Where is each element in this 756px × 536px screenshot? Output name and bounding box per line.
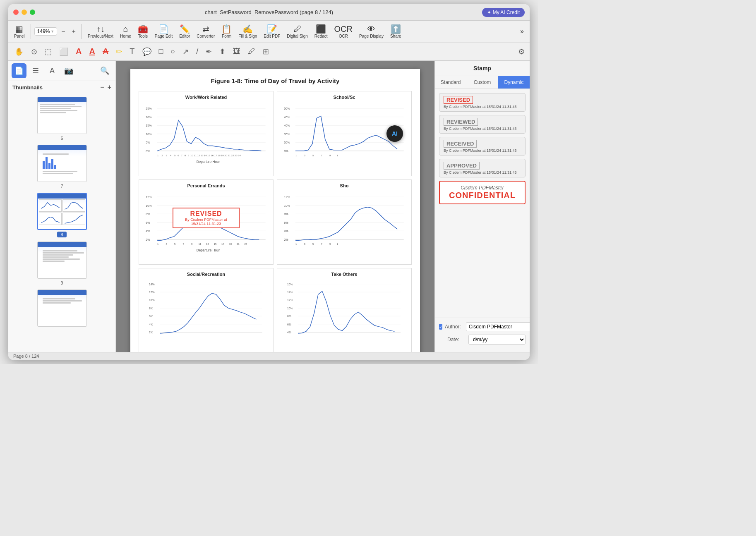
- ocr-button[interactable]: OCR OCR: [332, 24, 355, 39]
- chart-shopping-svg: 12% 10% 8% 6% 4% 2%: [281, 191, 408, 261]
- thumbnail-item-8[interactable]: 8: [12, 193, 112, 237]
- editor-button[interactable]: ✏️ Editor: [177, 24, 192, 39]
- chart-errands: Personal Errands 12% 10% 8% 6% 4% 2%: [139, 179, 274, 265]
- stamp-tab-standard[interactable]: Standard: [435, 76, 466, 89]
- upload-icon[interactable]: ⬆: [218, 46, 227, 57]
- svg-text:20: 20: [224, 154, 227, 157]
- thumbnail-item-9[interactable]: 9: [12, 242, 112, 285]
- thumbnail-label-6: 6: [60, 136, 63, 141]
- page-display-button[interactable]: 👁 Page Display: [357, 24, 386, 39]
- svg-text:23: 23: [244, 242, 247, 245]
- chart-shopping-title: Sho: [281, 183, 408, 188]
- svg-text:13: 13: [206, 242, 209, 245]
- stamp-revised[interactable]: REVISED By Cisdem PDFMaster at 15/31/24 …: [439, 93, 526, 112]
- hand-tool-icon[interactable]: ✋: [13, 46, 25, 57]
- fill-sign-icon: ✍️: [242, 25, 253, 33]
- pen-icon[interactable]: ✒: [204, 46, 213, 57]
- stamp-tab-dynamic[interactable]: Dynamic: [498, 76, 530, 89]
- svg-text:19: 19: [229, 242, 232, 245]
- stamp-conf-company: Cisdem PDFMaster: [443, 185, 521, 191]
- sidebar-tab-text[interactable]: A: [45, 63, 60, 78]
- svg-text:9: 9: [188, 154, 190, 157]
- divider1: [31, 24, 31, 39]
- svg-text:1: 1: [295, 154, 297, 157]
- comment-icon[interactable]: 💬: [141, 46, 153, 57]
- page-edit-button[interactable]: 📄 Page Edit: [152, 24, 175, 39]
- highlight-icon[interactable]: ✏: [115, 46, 123, 57]
- strikethrough-icon[interactable]: A: [101, 45, 110, 57]
- sidebar-tab-outline[interactable]: ☰: [28, 63, 43, 78]
- svg-text:19: 19: [221, 154, 224, 157]
- home-button[interactable]: ⌂ Home: [118, 24, 134, 39]
- svg-text:1: 1: [157, 154, 159, 157]
- arrow-icon[interactable]: ↗: [181, 46, 190, 57]
- ai-credit-button[interactable]: ✦ My AI Credit: [482, 8, 525, 17]
- author-checkbox[interactable]: ✓: [439, 324, 442, 330]
- edit-pdf-button[interactable]: 📝 Edit PDF: [261, 24, 283, 39]
- signature-icon[interactable]: 🖊: [247, 46, 257, 57]
- underline-icon[interactable]: A: [88, 45, 96, 57]
- thumb-page-mini-9: [38, 242, 86, 278]
- svg-text:20%: 20%: [146, 116, 152, 119]
- zoom-in-button[interactable]: +: [70, 27, 78, 36]
- close-button[interactable]: [13, 10, 19, 15]
- svg-text:6%: 6%: [284, 221, 288, 225]
- crop-tool-icon[interactable]: ⬜: [58, 46, 70, 57]
- svg-text:Departure Hour: Departure Hour: [197, 160, 220, 164]
- svg-text:17: 17: [221, 242, 224, 245]
- ai-badge[interactable]: AI: [386, 125, 403, 142]
- form-button[interactable]: 📋 Form: [219, 24, 234, 39]
- marquee-tool-icon[interactable]: ⬚: [43, 46, 53, 57]
- prev-next-button[interactable]: ↑↓ Previous/Next: [85, 24, 116, 39]
- image-icon[interactable]: 🖼: [232, 46, 242, 57]
- converter-button[interactable]: ⇄ Converter: [194, 24, 217, 39]
- share-button[interactable]: ⬆️ Share: [388, 24, 404, 39]
- tools-button[interactable]: 🧰 Tools: [135, 24, 151, 39]
- oval-icon[interactable]: ○: [169, 46, 176, 57]
- digital-sign-button[interactable]: 🖊 Digital Sign: [284, 24, 310, 39]
- date-select[interactable]: d/m/yy m/d/yy yy/m/d: [468, 335, 526, 345]
- author-input[interactable]: [466, 322, 530, 331]
- text-red-icon[interactable]: A: [74, 45, 83, 57]
- svg-text:7: 7: [321, 242, 323, 245]
- zoom-out-button[interactable]: −: [59, 27, 67, 36]
- thumbnail-expand-button[interactable]: +: [108, 84, 111, 91]
- thumbnail-item-7[interactable]: 7: [12, 145, 112, 189]
- fill-sign-button[interactable]: ✍️ Fill & Sign: [236, 24, 259, 39]
- sidebar-tab-camera[interactable]: 📷: [61, 63, 76, 78]
- stamp-confidential[interactable]: Cisdem PDFMaster CONFIDENTIAL: [439, 181, 526, 204]
- redact-button[interactable]: ⬛ Redact: [312, 24, 330, 39]
- panel-button[interactable]: ▦ Panel: [12, 24, 27, 39]
- author-label: Author:: [445, 324, 463, 330]
- pdf-page: Figure 1-8: Time of Day of Travel by Act…: [130, 69, 420, 352]
- stamp-approved[interactable]: APPROVED By Cisdem PDFMaster at 15/31/24…: [439, 159, 526, 177]
- sidebar-tab-document[interactable]: 📄: [12, 63, 26, 78]
- stamp-received[interactable]: RECEIVED By Cisdem PDFMaster at 15/31/24…: [439, 137, 526, 156]
- svg-text:11: 11: [194, 154, 197, 157]
- stamp-tab-custom[interactable]: Custom: [466, 76, 498, 89]
- stamp-list: REVISED By Cisdem PDFMaster at 15/31/24 …: [435, 89, 530, 318]
- thumbnail-item-6[interactable]: 6: [12, 97, 112, 141]
- chart-shopping: Sho 12% 10% 8% 6% 4% 2%: [277, 179, 412, 265]
- maximize-button[interactable]: [30, 10, 35, 15]
- stamp-reviewed[interactable]: REVIEWED By Cisdem PDFMaster at 15/31/24…: [439, 115, 526, 134]
- table-icon[interactable]: ⊞: [262, 46, 270, 57]
- line-icon[interactable]: /: [195, 46, 199, 57]
- pdf-area[interactable]: Figure 1-8: Time of Day of Travel by Act…: [116, 61, 434, 352]
- redact-icon: ⬛: [316, 25, 326, 33]
- sidebar-tab-search[interactable]: 🔍: [97, 63, 112, 78]
- settings-icon[interactable]: ⚙: [518, 47, 525, 56]
- thumbnail-collapse-button[interactable]: −: [100, 84, 104, 91]
- svg-text:10%: 10%: [146, 204, 152, 208]
- svg-text:3: 3: [304, 154, 305, 157]
- chart-social-svg: 14% 12% 10% 8% 6% 4% 2%: [142, 279, 270, 349]
- zoom-control[interactable]: 149% ▼: [34, 27, 58, 36]
- select-tool-icon[interactable]: ⊙: [30, 46, 38, 57]
- text-insert-icon[interactable]: T: [128, 45, 136, 57]
- more-button[interactable]: »: [518, 27, 526, 36]
- stamp-reviewed-sub: By Cisdem PDFMaster at 15/31/24 11:31:46: [444, 127, 521, 131]
- rectangle-icon[interactable]: □: [158, 46, 165, 57]
- thumbnail-item-10[interactable]: [12, 290, 112, 327]
- thumbnail-image-6: [37, 97, 87, 134]
- minimize-button[interactable]: [22, 10, 27, 15]
